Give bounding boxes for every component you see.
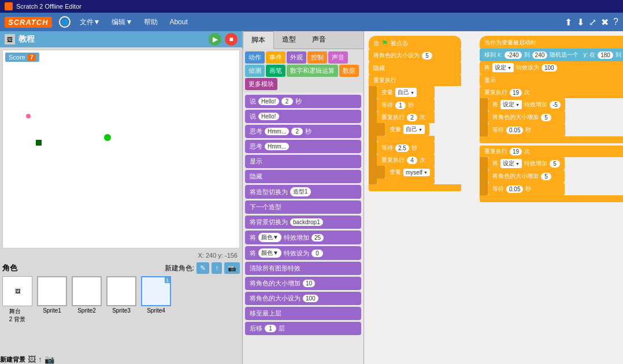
- tab-costumes[interactable]: 造型: [274, 31, 304, 49]
- block-set-size-5[interactable]: 将角色的大小设为 5: [369, 49, 461, 62]
- script-tabs: 脚本 造型 声音: [243, 31, 364, 49]
- c-block-body-2: 变量 自己: [377, 123, 435, 136]
- sprite-panel-label: 角色: [2, 263, 17, 273]
- cat-events[interactable]: 事件: [266, 51, 285, 64]
- block-set-ghost-100[interactable]: 将 设定 特效设为 100: [480, 61, 623, 74]
- block-clear-effects[interactable]: 清除所有图形特效: [245, 262, 361, 275]
- backgrounds-section: 新建背景 🖼 ↑ 📷: [0, 355, 242, 364]
- block-change-effect-25[interactable]: 将 颜色▼ 特效增加 25: [245, 231, 361, 244]
- download-icon[interactable]: ⬇: [577, 17, 584, 28]
- block-change-ghost-neg5[interactable]: 将 设定 特效增加 -5: [488, 98, 565, 111]
- bg-camera-button[interactable]: 📷: [44, 355, 54, 364]
- block-go-front[interactable]: 移至最上层: [245, 307, 361, 320]
- block-show[interactable]: 显示: [245, 155, 361, 168]
- block-wait-0.05b[interactable]: 等待 0.05 秒: [488, 183, 565, 195]
- tab-scripts[interactable]: 脚本: [243, 31, 274, 49]
- sprite-thumbnail-4: 1: [141, 276, 171, 306]
- sprite-item-2[interactable]: Sprite2: [72, 276, 102, 314]
- sprite-panel: 角色 新建角色: ✎ ↑ 📷 🖼 舞台2 背景 Sprite1: [0, 260, 242, 352]
- sprite-list: 🖼 舞台2 背景 Sprite1 Sprite2 Sprite3: [2, 276, 240, 324]
- block-wait-0.05a[interactable]: 等待 0.05 秒: [488, 124, 565, 136]
- block-repeat-forever-top[interactable]: 重复执行: [369, 75, 461, 86]
- menu-help[interactable]: 帮助: [139, 15, 162, 29]
- block-go-to-random[interactable]: 移到 x: -240 到 240 随机选一个 y: 在 180 到 -180 随…: [480, 49, 623, 61]
- cat-sensing[interactable]: 侦测: [245, 65, 265, 77]
- menu-about[interactable]: About: [165, 16, 192, 28]
- c-block-body-1: 变量 自己 等待 1 秒 重复执行 2 次: [369, 86, 461, 184]
- app-title: Scratch 2 Offline Editor: [16, 3, 81, 10]
- sprite-name-3: Sprite3: [112, 307, 131, 314]
- block-change-size-10[interactable]: 将角色的大小增加 10: [245, 277, 361, 290]
- block-repeat-19a-top[interactable]: 重复执行 19 次: [480, 87, 623, 98]
- sprite-item-3[interactable]: Sprite3: [106, 276, 136, 314]
- help-icon[interactable]: ?: [613, 17, 618, 27]
- block-change-size-5a[interactable]: 将角色的大小增加 5: [488, 111, 565, 124]
- block-wait-1sec[interactable]: 等待 1 秒: [377, 99, 435, 112]
- sprite-thumbnail-3: [106, 276, 136, 306]
- block-set-effect-0[interactable]: 将 颜色▼ 特效设为 0: [245, 246, 361, 260]
- block-think-timed[interactable]: 思考 Hmm... 2 秒: [245, 125, 361, 138]
- upload-icon[interactable]: ⬆: [565, 17, 572, 28]
- block-hide-s1[interactable]: 隐藏: [369, 62, 461, 75]
- bg-file-button[interactable]: ↑: [38, 355, 42, 364]
- block-repeat-4-top[interactable]: 重复执行 4 次: [377, 154, 435, 166]
- score-label: Score: [9, 54, 25, 61]
- stage-canvas: Score 7: [2, 50, 240, 248]
- green-flag-button[interactable]: ▶: [209, 33, 221, 46]
- block-say-hello-timed[interactable]: 说 Hello! 2 秒: [245, 95, 361, 108]
- globe-icon[interactable]: 🌐: [59, 16, 71, 28]
- cat-pen[interactable]: 画笔: [266, 65, 285, 77]
- left-panel: 🖼 教程 ▶ ■ Score 7 X: 240 y: -156 角色 新: [0, 31, 243, 364]
- menu-edit[interactable]: 编辑▼: [107, 15, 137, 29]
- cat-looks[interactable]: 外观: [287, 51, 306, 64]
- block-when-flag-clicked[interactable]: 当 ⚑ 被点击: [369, 36, 461, 49]
- c-block-body-4: 将 设定 特效增加 -5 将角色的大小增加 5 等待 0.05 秒: [480, 98, 623, 136]
- cat-operators[interactable]: 数字和逻辑运算: [287, 65, 338, 77]
- block-hide[interactable]: 隐藏: [245, 170, 361, 183]
- new-sprite-file-button[interactable]: ↑: [212, 262, 222, 274]
- block-wait-2.5sec[interactable]: 等待 2.5 秒: [377, 142, 435, 154]
- cat-sound[interactable]: 声音: [328, 51, 348, 64]
- scripts-canvas[interactable]: 当 ⚑ 被点击 将角色的大小设为 5 隐藏 重复执行 变量 自己: [364, 31, 623, 364]
- scripts-area: 当 ⚑ 被点击 将角色的大小设为 5 隐藏 重复执行 变量 自己: [364, 31, 623, 364]
- block-change-ghost-5[interactable]: 将 设定 特效增加 5: [488, 157, 565, 170]
- new-sprite-paint-button[interactable]: ✎: [196, 262, 209, 274]
- block-go-back[interactable]: 后移 1 层: [245, 322, 361, 335]
- fullscreen-icon[interactable]: ⤢: [589, 17, 596, 28]
- middle-panel: 脚本 造型 声音 动作 事件 外观 控制 声音 侦测 画笔 数字和逻辑运算 数据…: [243, 31, 364, 364]
- new-sprite-camera-button[interactable]: 📷: [224, 262, 240, 274]
- sprite-name-1: Sprite1: [43, 307, 61, 314]
- cat-motion[interactable]: 动作: [245, 51, 265, 64]
- close-icon[interactable]: ✖: [601, 17, 609, 28]
- cat-control[interactable]: 控制: [307, 51, 327, 64]
- bg-paint-button[interactable]: 🖼: [28, 355, 36, 364]
- cat-data[interactable]: 数据: [339, 65, 359, 77]
- cat-more[interactable]: 更多模块: [245, 78, 277, 90]
- block-variable-myself[interactable]: 变量 myself: [385, 166, 435, 179]
- main-layout: 🖼 教程 ▶ ■ Score 7 X: 240 y: -156 角色 新: [0, 31, 623, 364]
- sprite-name-4: Sprite4: [147, 307, 165, 314]
- block-set-size-100[interactable]: 将角色的大小设为 100: [245, 292, 361, 305]
- block-variable-self-2[interactable]: 变量 自己: [385, 123, 429, 136]
- script-stack-1: 当 ⚑ 被点击 将角色的大小设为 5 隐藏 重复执行 变量 自己: [369, 36, 461, 359]
- block-think[interactable]: 思考 Hmm...: [245, 140, 361, 153]
- sprite-item-stage[interactable]: 🖼 舞台2 背景: [2, 276, 32, 324]
- block-change-size-5b[interactable]: 将角色的大小增加 5: [488, 170, 565, 183]
- block-when-cloned[interactable]: 当作为变量被启动时: [480, 36, 623, 49]
- block-switch-backdrop[interactable]: 将背景切换为 backdrop1: [245, 216, 361, 229]
- score-value: 7: [28, 54, 36, 61]
- stage-coords: X: 240 y: -156: [0, 251, 242, 260]
- block-say-hello[interactable]: 说 Hello!: [245, 110, 361, 123]
- block-switch-costume[interactable]: 将造型切换为 造型1: [245, 185, 361, 199]
- stop-button[interactable]: ■: [225, 33, 238, 46]
- block-repeat-4-bot: [377, 179, 435, 184]
- tab-sounds[interactable]: 声音: [304, 31, 334, 49]
- sprite-item-4[interactable]: 1 Sprite4: [141, 276, 171, 314]
- sprite-item-1[interactable]: Sprite1: [37, 276, 67, 314]
- block-repeat-2-top[interactable]: 重复执行 2 次: [377, 112, 435, 123]
- block-show-s2[interactable]: 显示: [480, 74, 623, 87]
- menu-file[interactable]: 文件▼: [75, 15, 105, 29]
- block-next-costume[interactable]: 下一个造型: [245, 200, 361, 214]
- block-variable-self-1[interactable]: 变量 自己: [377, 86, 435, 99]
- block-repeat-19b-top[interactable]: 重复执行 19 次: [480, 146, 623, 157]
